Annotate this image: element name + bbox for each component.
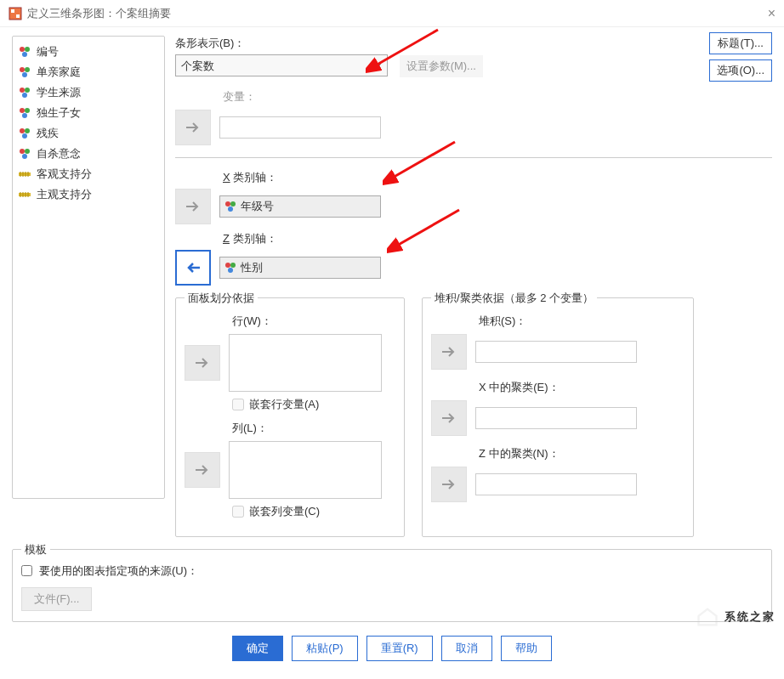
cols-label: 列(L)：	[232, 421, 395, 436]
z-axis-field[interactable]: 性别	[219, 257, 381, 279]
move-cluster-z-button[interactable]	[431, 467, 467, 502]
svg-point-35	[230, 263, 236, 268]
variable-list-label: 学生来源	[37, 85, 81, 100]
svg-point-13	[25, 108, 30, 113]
variable-label: 变量：	[223, 89, 772, 105]
variable-list-label: 独生子女	[37, 105, 81, 121]
ok-button[interactable]: 确定	[232, 636, 283, 661]
bars-represent-select[interactable]: 个案数	[175, 54, 388, 76]
template-checkbox[interactable]	[21, 565, 32, 576]
nominal-icon	[18, 147, 31, 161]
file-button: 文件(F)...	[21, 587, 92, 611]
reset-button[interactable]: 重置(R)	[366, 636, 433, 661]
template-source-check[interactable]: 要使用的图表指定项的来源(U)：	[21, 563, 763, 579]
svg-point-34	[225, 263, 230, 268]
window-title: 定义三维条形图：个案组摘要	[27, 6, 768, 21]
nominal-icon	[18, 65, 31, 79]
svg-point-6	[20, 67, 25, 72]
variable-field[interactable]	[219, 116, 381, 139]
svg-point-16	[25, 128, 30, 133]
move-z-button[interactable]	[175, 250, 211, 286]
variable-list[interactable]: 编号单亲家庭学生来源独生子女残疾自杀意念客观支持分主观支持分	[12, 36, 165, 499]
variable-list-label: 客观支持分	[37, 167, 92, 182]
move-x-button[interactable]	[175, 189, 211, 224]
svg-point-31	[225, 201, 230, 207]
move-rows-button[interactable]	[185, 345, 220, 381]
svg-point-14	[22, 113, 27, 118]
cluster-x-field[interactable]	[475, 407, 637, 429]
svg-point-10	[25, 88, 30, 93]
svg-point-4	[25, 47, 30, 52]
variable-list-label: 主观支持分	[37, 187, 92, 202]
move-cluster-x-button[interactable]	[431, 400, 467, 436]
svg-point-19	[25, 149, 30, 154]
stack-cluster-group: 堆积/聚类依据（最多 2 个变量） 堆积(S)： X 中的聚类(E)： Z 中的…	[422, 297, 694, 537]
variable-list-label: 自杀意念	[37, 146, 81, 161]
svg-point-9	[20, 88, 25, 93]
variable-list-item[interactable]: 学生来源	[16, 82, 161, 103]
svg-point-11	[22, 93, 27, 98]
svg-rect-1	[11, 9, 14, 13]
x-axis-field[interactable]: 年级号	[219, 195, 381, 218]
watermark: 系统之家	[696, 605, 775, 629]
rows-field[interactable]	[229, 334, 382, 392]
rows-label: 行(W)：	[232, 314, 395, 329]
nest-rows-check: 嵌套行变量(A)	[232, 397, 395, 412]
svg-point-15	[20, 128, 25, 133]
cluster-x-label: X 中的聚类(E)：	[479, 380, 685, 395]
cluster-z-field[interactable]	[475, 473, 637, 495]
set-params-button: 设置参数(M)...	[400, 55, 483, 77]
svg-point-8	[22, 72, 27, 77]
variable-list-label: 单亲家庭	[37, 65, 81, 80]
svg-point-3	[20, 47, 25, 52]
variable-list-item[interactable]: 残疾	[16, 123, 161, 144]
svg-point-36	[228, 268, 233, 273]
title-bar: 定义三维条形图：个案组摘要 ×	[0, 0, 784, 27]
nominal-icon	[18, 106, 31, 120]
svg-rect-2	[16, 14, 20, 18]
cancel-button[interactable]: 取消	[441, 636, 492, 661]
scale-icon	[18, 188, 31, 201]
help-button[interactable]: 帮助	[501, 636, 552, 661]
svg-point-33	[228, 207, 233, 212]
svg-point-17	[22, 133, 27, 139]
variable-list-item[interactable]: 客观支持分	[16, 164, 161, 184]
svg-point-32	[230, 201, 236, 207]
svg-point-20	[22, 154, 27, 159]
variable-list-label: 残疾	[37, 126, 59, 141]
variable-list-item[interactable]: 单亲家庭	[16, 62, 161, 82]
app-icon	[9, 7, 22, 20]
x-axis-label: X X 类别轴：类别轴：	[223, 170, 772, 185]
panel-by-group: 面板划分依据 行(W)： 嵌套行变量(A) 列(L)： 嵌套列变量(C)	[175, 297, 405, 537]
scale-icon	[18, 167, 31, 181]
move-cols-button[interactable]	[185, 452, 220, 488]
stack-label: 堆积(S)：	[479, 314, 685, 329]
variable-list-item[interactable]: 自杀意念	[16, 144, 161, 164]
template-group: 模板 要使用的图表指定项的来源(U)： 文件(F)...	[12, 549, 772, 622]
cols-field[interactable]	[229, 441, 382, 499]
paste-button[interactable]: 粘贴(P)	[292, 636, 357, 661]
move-variable-button[interactable]	[175, 110, 211, 145]
svg-point-12	[20, 108, 25, 113]
variable-list-item[interactable]: 编号	[16, 42, 161, 62]
move-stack-button[interactable]	[431, 334, 467, 370]
variable-list-item[interactable]: 主观支持分	[16, 184, 161, 205]
cluster-z-label: Z 中的聚类(N)：	[479, 446, 685, 461]
close-icon[interactable]: ×	[768, 6, 775, 21]
bars-represent-label: 条形表示(B)：	[175, 36, 772, 51]
nest-cols-check: 嵌套列变量(C)	[232, 504, 395, 519]
nominal-icon	[18, 127, 31, 140]
svg-point-7	[25, 67, 30, 72]
nominal-icon	[18, 45, 31, 59]
variable-list-item[interactable]: 独生子女	[16, 103, 161, 123]
stack-field[interactable]	[475, 341, 637, 363]
svg-point-5	[22, 52, 27, 57]
z-axis-label: Z 类别轴：	[223, 231, 772, 246]
nominal-icon	[18, 86, 31, 99]
dialog-buttons: 确定 粘贴(P) 重置(R) 取消 帮助	[12, 636, 772, 661]
variable-list-label: 编号	[37, 44, 59, 59]
svg-point-18	[20, 149, 25, 154]
